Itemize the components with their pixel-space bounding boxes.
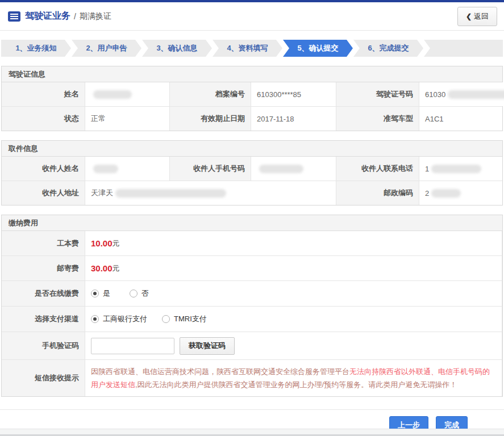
- step-progress-bar: 1、业务须知2、用户申告3、确认信息4、资料填写5、确认提交6、完成提交: [1, 40, 503, 57]
- license-value: 正常: [85, 107, 170, 131]
- postage-fee-row: 邮寄费 30.00元: [2, 255, 502, 280]
- postage-fee-amount: 30.00: [91, 263, 113, 273]
- payment-channel-value: 工商银行支付 TMRI支付: [85, 307, 502, 332]
- license-value: 61030: [419, 82, 504, 106]
- pickup-label: 收件人联系电话: [336, 157, 419, 181]
- pickup-value: 2: [419, 181, 502, 205]
- back-button[interactable]: ❮ 返回: [457, 7, 497, 26]
- pickup-redacted-value: [115, 189, 226, 198]
- page-title: 驾驶证业务: [25, 10, 70, 22]
- license-value-text: 61030: [425, 90, 445, 99]
- license-value: [85, 82, 170, 106]
- radio-unselected-icon[interactable]: [130, 290, 138, 297]
- pickup-info-table: 收件人姓名收件人手机号码收件人联系电话1收件人地址天津天邮政编码2: [2, 157, 502, 205]
- production-fee-value: 10.00元: [85, 231, 502, 255]
- step-1[interactable]: 1、业务须知: [1, 40, 71, 57]
- fees-section-title: 缴纳费用: [2, 215, 502, 231]
- pickup-value-text: 1: [425, 165, 429, 173]
- sms-notice-part2: ,因此无法向此类用户提供陕西省交通管理业务的网上办理/预约等服务。请此类用户避免…: [135, 380, 457, 389]
- license-value: A1C1: [419, 107, 502, 131]
- postage-fee-unit: 元: [113, 263, 120, 274]
- step-3[interactable]: 3、确认信息: [142, 40, 212, 57]
- online-payment-option-no[interactable]: 否: [130, 288, 149, 299]
- license-value-text: A1C1: [425, 115, 444, 123]
- postage-fee-label: 邮寄费: [2, 256, 85, 280]
- radio-selected-icon[interactable]: [91, 315, 99, 323]
- pickup-value-text: 天津天: [91, 188, 113, 198]
- license-section-title: 驾驶证信息: [2, 66, 502, 82]
- license-label: 姓名: [2, 82, 85, 106]
- license-value-text: 610300****85: [257, 90, 301, 99]
- pickup-value: 1: [419, 157, 502, 181]
- page-header: 驾驶证业务 / 期满换证 ❮ 返回: [0, 2, 504, 31]
- step-5[interactable]: 5、确认提交: [283, 40, 353, 57]
- get-sms-code-button[interactable]: 获取验证码: [180, 337, 235, 355]
- online-payment-row: 是否在线缴费 是 否: [2, 280, 502, 306]
- postage-fee-value: 30.00元: [85, 256, 502, 280]
- license-label: 驾驶证号码: [336, 82, 419, 106]
- license-redacted-value: [93, 90, 132, 99]
- pickup-value-text: 2: [425, 189, 429, 198]
- pickup-redacted-value: [93, 165, 118, 173]
- license-info-table: 姓名档案编号610300****85驾驶证号码61030状态正常有效期止日期20…: [2, 82, 502, 131]
- radio-selected-icon[interactable]: [91, 290, 99, 297]
- pickup-label: 收件人姓名: [2, 157, 85, 181]
- online-payment-radio-group: 是 否: [91, 288, 149, 299]
- pickup-label: 收件人手机号码: [170, 157, 251, 181]
- license-label: 状态: [2, 107, 85, 131]
- step-6[interactable]: 6、完成提交: [353, 40, 423, 57]
- pickup-redacted-value: [431, 165, 481, 173]
- pickup-info-section: 取件信息 收件人姓名收件人手机号码收件人联系电话1收件人地址天津天邮政编码2: [1, 140, 503, 206]
- sms-code-input[interactable]: [91, 338, 174, 354]
- step-2[interactable]: 2、用户申告: [72, 40, 141, 57]
- production-fee-amount: 10.00: [91, 238, 113, 248]
- production-fee-label: 工本费: [2, 231, 85, 255]
- license-label: 准驾车型: [336, 107, 419, 131]
- pickup-label: 收件人地址: [2, 181, 85, 205]
- license-business-icon: [8, 11, 20, 22]
- license-label: 有效期止日期: [170, 107, 251, 131]
- online-payment-yes-label: 是: [103, 288, 110, 299]
- license-value: 610300****85: [251, 82, 336, 106]
- pickup-label: 邮政编码: [336, 181, 419, 205]
- sms-code-label: 手机验证码: [2, 332, 85, 359]
- license-redacted-value: [448, 90, 504, 99]
- license-row-1: 姓名档案编号610300****85驾驶证号码61030: [2, 82, 502, 106]
- payment-channel-radio-group: 工商银行支付 TMRI支付: [91, 314, 207, 324]
- payment-channel-label: 选择支付渠道: [2, 307, 85, 332]
- footer-strip: [0, 429, 504, 436]
- license-value-text: 2017-11-18: [257, 115, 294, 123]
- radio-unselected-icon[interactable]: [162, 315, 170, 323]
- payment-channel-option-icbc[interactable]: 工商银行支付: [91, 314, 147, 324]
- back-button-label: 返回: [474, 11, 489, 22]
- breadcrumb-separator: /: [74, 12, 76, 21]
- payment-channel-option-tmri[interactable]: TMRI支付: [162, 314, 207, 324]
- online-payment-label: 是否在线缴费: [2, 281, 85, 306]
- license-value: 2017-11-18: [251, 107, 336, 131]
- payment-channel-tmri-label: TMRI支付: [174, 314, 207, 324]
- pickup-row-1: 收件人姓名收件人手机号码收件人联系电话1: [2, 157, 502, 181]
- license-value-text: 正常: [91, 114, 106, 124]
- sms-notice-text: 因陕西省联通、电信运营商技术问题，陕西省互联网交通安全综合服务管理平台无法向持陕…: [85, 360, 502, 396]
- sms-notice-label: 短信接收提示: [2, 360, 85, 396]
- license-row-2: 状态正常有效期止日期2017-11-18准驾车型A1C1: [2, 106, 502, 131]
- breadcrumb-current: 期满换证: [80, 11, 111, 22]
- license-info-section: 驾驶证信息 姓名档案编号610300****85驾驶证号码61030状态正常有效…: [1, 66, 503, 131]
- sms-code-row: 手机验证码 获取验证码: [2, 332, 502, 359]
- pickup-value: 天津天: [85, 181, 336, 205]
- online-payment-option-yes[interactable]: 是: [91, 288, 110, 299]
- payment-channel-row: 选择支付渠道 工商银行支付 TMRI支付: [2, 306, 502, 332]
- pickup-value: [251, 157, 336, 181]
- online-payment-value: 是 否: [85, 281, 502, 306]
- pickup-row-2: 收件人地址天津天邮政编码2: [2, 181, 502, 205]
- back-arrow-icon: ❮: [466, 12, 472, 20]
- pickup-value: [85, 157, 170, 181]
- pickup-redacted-value: [431, 189, 461, 198]
- pickup-section-title: 取件信息: [2, 141, 502, 157]
- step-bar-filler: [424, 40, 503, 57]
- payment-channel-icbc-label: 工商银行支付: [103, 314, 147, 324]
- step-4[interactable]: 4、资料填写: [213, 40, 282, 57]
- pickup-redacted-value: [259, 165, 303, 173]
- production-fee-unit: 元: [113, 238, 120, 249]
- production-fee-row: 工本费 10.00元: [2, 231, 502, 255]
